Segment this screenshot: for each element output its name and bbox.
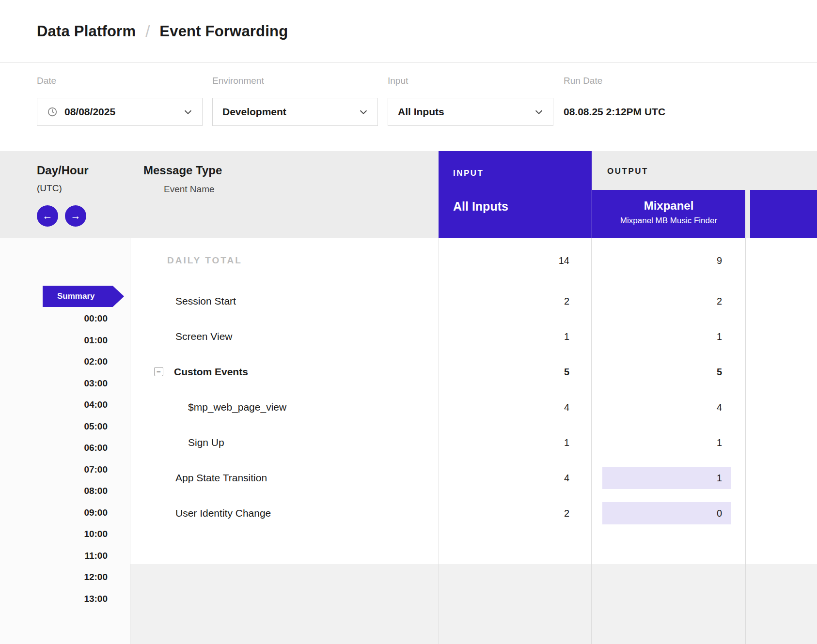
- daily-total-output: 9: [717, 255, 722, 266]
- event-name-label: Session Start: [175, 295, 236, 307]
- table-rows: Session Start22Screen View11−Custom Even…: [130, 283, 817, 531]
- daily-total-label: DAILY TOTAL: [167, 255, 242, 266]
- hour-label[interactable]: 11:00: [0, 545, 108, 567]
- input-dropdown[interactable]: All Inputs: [388, 98, 553, 126]
- hour-sidebar: Summary 00:0001:0002:0003:0004:0005:0006…: [0, 238, 130, 644]
- input-cell: 4: [439, 460, 591, 495]
- input-count: 4: [564, 472, 569, 483]
- highlight-cell: [602, 502, 731, 524]
- output-section-label: OUTPUT: [607, 167, 648, 176]
- event-name-subtitle: Event Name: [164, 184, 215, 195]
- collapse-icon[interactable]: −: [154, 367, 163, 376]
- run-date-label: Run Date: [564, 76, 602, 86]
- output-count: 1: [717, 472, 722, 483]
- table-row: Session Start22: [130, 283, 817, 319]
- date-dropdown[interactable]: 08/08/2025: [37, 98, 203, 126]
- output-cell: 1: [592, 319, 745, 354]
- hour-label[interactable]: 04:00: [0, 394, 108, 416]
- table-body: Summary 00:0001:0002:0003:0004:0005:0006…: [0, 238, 817, 644]
- event-name-label: App State Transition: [175, 472, 267, 484]
- input-cell: 4: [439, 389, 591, 425]
- output-column-partial: [750, 190, 817, 238]
- daily-total-input: 14: [559, 255, 569, 266]
- table-header: Day/Hour (UTC) ← → Message Type Event Na…: [0, 151, 817, 238]
- breadcrumb-section[interactable]: Data Platform: [37, 23, 136, 40]
- input-count: 1: [564, 437, 569, 448]
- event-name-label: $mp_web_page_view: [188, 401, 286, 413]
- date-value: 08/08/2025: [64, 106, 176, 118]
- hour-label[interactable]: 07:00: [0, 459, 108, 481]
- input-cell: 2: [439, 283, 591, 319]
- event-name-label: Sign Up: [188, 437, 224, 448]
- message-type-title: Message Type: [143, 164, 222, 177]
- environment-filter-label: Environment: [212, 76, 264, 86]
- day-nav: ← →: [37, 205, 86, 227]
- date-filter-label: Date: [37, 76, 56, 86]
- table-row: User Identity Change20: [130, 495, 817, 531]
- input-column-label: INPUT: [453, 169, 484, 178]
- output-column-header: Mixpanel Mixpanel MB Music Finder: [592, 190, 745, 238]
- breadcrumb-separator: /: [145, 22, 150, 41]
- input-count: 2: [564, 295, 569, 307]
- table-row: App State Transition41: [130, 460, 817, 495]
- input-cell: 1: [439, 319, 591, 354]
- hour-list: 00:0001:0002:0003:0004:0005:0006:0007:00…: [0, 308, 108, 610]
- hour-label[interactable]: 12:00: [0, 567, 108, 588]
- output-count: 1: [717, 437, 722, 448]
- event-name: Session Start: [175, 295, 236, 307]
- input-column-value: All Inputs: [453, 199, 508, 214]
- output-count: 1: [717, 331, 722, 342]
- environment-value: Development: [222, 106, 351, 118]
- input-column-header: INPUT All Inputs: [439, 151, 592, 238]
- hour-label[interactable]: 10:00: [0, 523, 108, 545]
- output-count: 5: [717, 366, 722, 377]
- table-filler: [130, 564, 817, 644]
- output-count: 0: [717, 507, 722, 519]
- input-cell: 5: [439, 354, 591, 389]
- output-count: 2: [717, 295, 722, 307]
- input-count: 5: [564, 366, 569, 377]
- hour-label[interactable]: 02:00: [0, 351, 108, 373]
- output-cell: 0: [592, 495, 745, 531]
- run-date-value: 08.08.25 2:12PM UTC: [564, 106, 665, 118]
- input-cell: 1: [439, 425, 591, 460]
- input-cell: 2: [439, 495, 591, 531]
- hour-label[interactable]: 06:00: [0, 437, 108, 459]
- page-title: Event Forwarding: [159, 23, 288, 40]
- output-cell: 2: [592, 283, 745, 319]
- hour-label[interactable]: 08:00: [0, 480, 108, 502]
- output-cell: 1: [592, 425, 745, 460]
- filter-bar: Date 08/08/2025 Environment Development: [0, 63, 817, 151]
- chevron-down-icon: [183, 107, 193, 117]
- output-count: 4: [717, 401, 722, 413]
- highlight-cell: [602, 467, 731, 489]
- breadcrumb: Data Platform / Event Forwarding: [0, 0, 817, 63]
- output-column-title: Mixpanel: [592, 199, 745, 213]
- event-name-label: Custom Events: [174, 366, 248, 378]
- chevron-down-icon: [358, 107, 369, 117]
- event-name: −Custom Events: [154, 366, 248, 378]
- hour-label[interactable]: 03:00: [0, 373, 108, 395]
- hour-label[interactable]: 00:00: [0, 308, 108, 330]
- next-day-button[interactable]: →: [65, 205, 86, 227]
- event-name: Sign Up: [188, 437, 224, 448]
- hour-label[interactable]: 05:00: [0, 416, 108, 438]
- input-count: 2: [564, 507, 569, 519]
- chevron-down-icon: [534, 107, 544, 117]
- environment-dropdown[interactable]: Development: [212, 98, 378, 126]
- input-value: All Inputs: [398, 106, 527, 118]
- summary-badge[interactable]: Summary: [43, 286, 124, 307]
- hour-label[interactable]: 13:00: [0, 588, 108, 610]
- input-count: 4: [564, 401, 569, 413]
- day-hour-title: Day/Hour: [37, 164, 89, 177]
- output-cell: 4: [592, 389, 745, 425]
- event-name-label: Screen View: [175, 331, 233, 342]
- output-cell: 5: [592, 354, 745, 389]
- event-name: App State Transition: [175, 472, 267, 484]
- input-count: 1: [564, 331, 569, 342]
- hour-label[interactable]: 01:00: [0, 330, 108, 352]
- hour-label[interactable]: 09:00: [0, 502, 108, 524]
- event-forwarding-page: Data Platform / Event Forwarding Date 08…: [0, 0, 817, 644]
- prev-day-button[interactable]: ←: [37, 205, 58, 227]
- daily-total-row: DAILY TOTAL 14 9: [130, 238, 817, 283]
